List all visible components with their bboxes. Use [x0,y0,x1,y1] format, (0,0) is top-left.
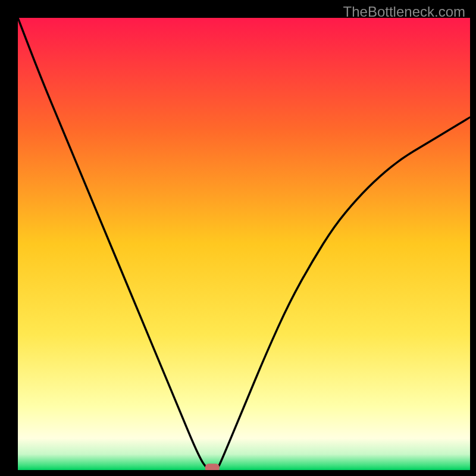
watermark-text: TheBottleneck.com [343,4,465,20]
gradient-background [18,18,470,470]
chart-plot-area [18,18,470,470]
chart-svg [18,18,470,470]
optimal-point-marker [205,464,220,470]
chart-container: TheBottleneck.com [0,0,476,476]
